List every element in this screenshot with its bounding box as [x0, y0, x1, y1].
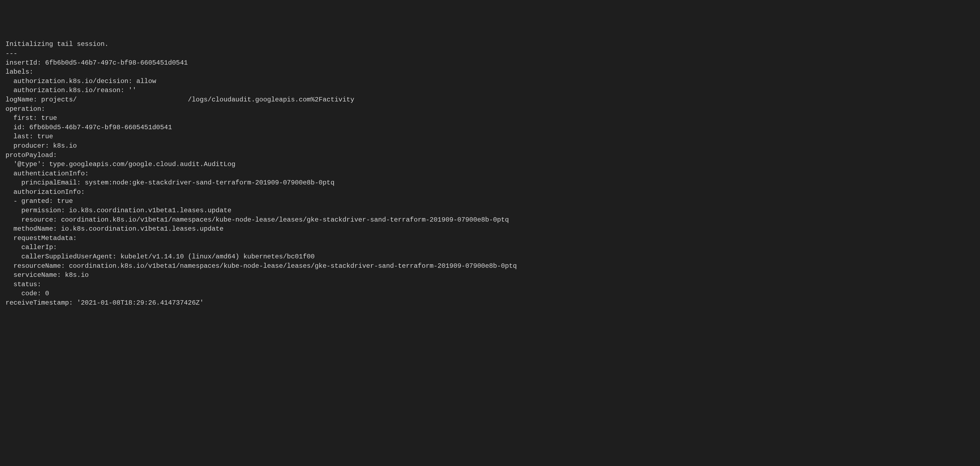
- log-line: id: 6fb6b0d5-46b7-497c-bf98-6605451d0541: [5, 124, 172, 131]
- log-line: operation:: [5, 105, 45, 113]
- log-line: authorizationInfo:: [5, 188, 85, 196]
- log-line: authorization.k8s.io/reason: '': [5, 87, 136, 94]
- log-line: status:: [5, 281, 41, 288]
- log-line: callerSuppliedUserAgent: kubelet/v1.14.1…: [5, 253, 315, 260]
- terminal-output[interactable]: Initializing tail session. --- insertId:…: [5, 40, 975, 307]
- log-line: methodName: io.k8s.coordination.v1beta1.…: [5, 225, 223, 233]
- log-line: requestMetadata:: [5, 235, 77, 242]
- log-line: callerIp:: [5, 244, 57, 251]
- log-line: logName: projects/ /logs/cloudaudit.goog…: [5, 96, 354, 103]
- log-line: '@type': type.googleapis.com/google.clou…: [5, 160, 235, 168]
- log-line: last: true: [5, 133, 53, 140]
- log-line: first: true: [5, 114, 57, 122]
- log-line: serviceName: k8s.io: [5, 271, 89, 279]
- log-line: labels:: [5, 68, 33, 76]
- log-line: principalEmail: system:node:gke-stackdri…: [5, 179, 334, 186]
- log-line: ---: [5, 50, 18, 57]
- log-line: code: 0: [5, 290, 49, 297]
- log-line: authenticationInfo:: [5, 170, 89, 178]
- log-line: resource: coordination.k8s.io/v1beta1/na…: [5, 216, 509, 223]
- log-line: producer: k8s.io: [5, 142, 77, 149]
- log-line: permission: io.k8s.coordination.v1beta1.…: [5, 207, 231, 214]
- log-line: authorization.k8s.io/decision: allow: [5, 78, 156, 85]
- log-line: receiveTimestamp: '2021-01-08T18:29:26.4…: [5, 299, 204, 306]
- log-line: protoPayload:: [5, 152, 57, 159]
- log-line: resourceName: coordination.k8s.io/v1beta…: [5, 262, 517, 270]
- log-line: Initializing tail session.: [5, 40, 108, 48]
- log-line: - granted: true: [5, 197, 73, 205]
- log-line: insertId: 6fb6b0d5-46b7-497c-bf98-660545…: [5, 59, 188, 67]
